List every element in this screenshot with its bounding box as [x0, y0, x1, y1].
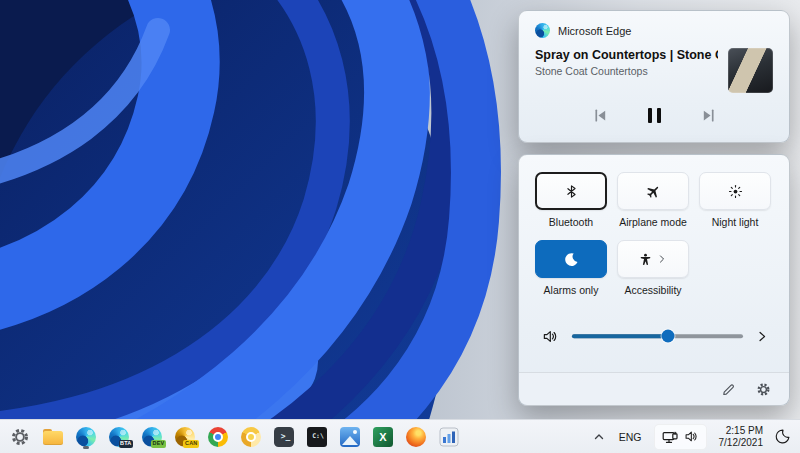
tray-show-hidden-button[interactable]	[591, 429, 607, 444]
night-light-icon	[728, 184, 743, 199]
edit-quick-settings-button[interactable]	[719, 380, 738, 399]
quick-settings-flyout: Bluetooth Airplane mode	[518, 154, 790, 406]
taskbar-terminal[interactable]: >_	[273, 425, 295, 449]
settings-button[interactable]	[754, 380, 773, 399]
bluetooth-cell: Bluetooth	[535, 172, 607, 228]
taskbar-edge-dev[interactable]: DEV	[141, 425, 163, 449]
taskbar-chrome[interactable]	[207, 425, 229, 449]
taskbar-settings[interactable]	[9, 425, 31, 449]
pencil-icon	[721, 382, 736, 397]
taskbar-cmd[interactable]: C:\	[306, 425, 328, 449]
bluetooth-toggle[interactable]	[535, 172, 607, 210]
bluetooth-icon	[564, 184, 579, 199]
excel-icon: X	[373, 427, 393, 447]
beta-badge: BTA	[119, 440, 134, 448]
night-light-toggle[interactable]	[699, 172, 771, 210]
taskbar-apps: BTA DEV CAN >_ C:\	[9, 425, 460, 449]
firefox-icon	[406, 427, 426, 447]
previous-track-icon	[593, 108, 608, 123]
night-light-cell: Night light	[699, 172, 771, 228]
bluetooth-label: Bluetooth	[549, 216, 593, 228]
taskbar-chrome-canary[interactable]	[240, 425, 262, 449]
alarms-only-toggle[interactable]	[535, 240, 607, 278]
dev-badge: DEV	[151, 440, 166, 448]
media-body: Spray on Countertops | Stone Coat E... S…	[535, 48, 773, 93]
command-prompt-icon: C:\	[307, 427, 327, 447]
speaker-icon	[542, 328, 559, 345]
media-text: Spray on Countertops | Stone Coat E... S…	[535, 48, 728, 77]
moon-icon	[564, 252, 579, 267]
tray-network-volume-button[interactable]	[654, 424, 707, 450]
focus-assist-moon-icon	[773, 427, 791, 445]
clock-block: 2:15 PM 7/12/2021	[719, 425, 764, 449]
media-title: Spray on Countertops | Stone Coat E...	[535, 48, 718, 62]
quick-settings-grid: Bluetooth Airplane mode	[535, 172, 773, 296]
media-controls	[535, 106, 773, 125]
media-artist: Stone Coat Countertops	[535, 65, 718, 77]
edge-icon	[76, 427, 96, 447]
airplane-mode-cell: Airplane mode	[617, 172, 689, 228]
terminal-icon: >_	[274, 427, 294, 447]
pause-icon	[648, 108, 652, 123]
accessibility-cell: Accessibility	[617, 240, 689, 296]
running-indicator	[83, 446, 89, 449]
gear-icon	[756, 382, 771, 397]
next-track-button[interactable]	[699, 106, 718, 125]
network-icon	[662, 429, 678, 445]
accessibility-icon	[639, 253, 652, 266]
volume-mute-button[interactable]	[540, 326, 561, 347]
volume-slider-handle[interactable]	[661, 330, 674, 343]
volume-output-expand-button[interactable]	[754, 328, 771, 345]
tray-language-button[interactable]: ENG	[617, 429, 644, 445]
taskbar-firefox[interactable]	[405, 425, 427, 449]
previous-track-button[interactable]	[591, 106, 610, 125]
media-flyout: Microsoft Edge Spray on Countertops | St…	[518, 10, 790, 143]
gear-icon	[10, 427, 30, 447]
pause-button[interactable]	[646, 106, 663, 125]
taskbar-edge-canary[interactable]: CAN	[174, 425, 196, 449]
tray-clock-button[interactable]: 2:15 PM 7/12/2021	[717, 423, 766, 451]
accessibility-label: Accessibility	[624, 284, 681, 296]
volume-row	[535, 326, 773, 346]
speaker-icon	[684, 429, 699, 444]
chrome-icon	[208, 427, 228, 447]
accessibility-button[interactable]	[617, 240, 689, 278]
canary-badge: CAN	[183, 440, 199, 448]
taskbar-edge[interactable]	[75, 425, 97, 449]
media-app-row: Microsoft Edge	[535, 23, 773, 38]
chevron-right-icon	[657, 254, 667, 264]
task-manager-icon	[439, 427, 459, 447]
volume-slider-fill	[572, 334, 668, 338]
taskbar-task-manager[interactable]	[438, 425, 460, 449]
taskbar-photos[interactable]	[339, 425, 361, 449]
desktop: Microsoft Edge Spray on Countertops | St…	[0, 0, 800, 453]
airplane-mode-label: Airplane mode	[619, 216, 687, 228]
system-tray: ENG 2:15 PM 7/12/2021	[591, 423, 790, 451]
alarms-only-label: Alarms only	[544, 284, 599, 296]
taskbar-excel[interactable]: X	[372, 425, 394, 449]
chevron-up-icon	[593, 431, 605, 442]
microsoft-edge-icon	[535, 23, 550, 38]
night-light-label: Night light	[712, 216, 759, 228]
volume-slider[interactable]	[572, 328, 743, 344]
quick-settings-footer	[519, 372, 789, 405]
airplane-icon	[646, 184, 661, 199]
alarms-only-cell: Alarms only	[535, 240, 607, 296]
photos-icon	[340, 427, 360, 447]
media-app-name: Microsoft Edge	[558, 25, 631, 37]
airplane-mode-toggle[interactable]	[617, 172, 689, 210]
tray-time: 2:15 PM	[726, 425, 763, 436]
tray-date: 7/12/2021	[719, 437, 764, 448]
folder-icon	[43, 429, 63, 445]
chevron-right-icon	[756, 330, 769, 343]
taskbar-file-explorer[interactable]	[42, 425, 64, 449]
next-track-icon	[701, 108, 716, 123]
media-thumbnail	[728, 48, 773, 93]
taskbar: BTA DEV CAN >_ C:\	[0, 419, 800, 453]
chrome-canary-icon	[241, 427, 261, 447]
taskbar-edge-beta[interactable]: BTA	[108, 425, 130, 449]
